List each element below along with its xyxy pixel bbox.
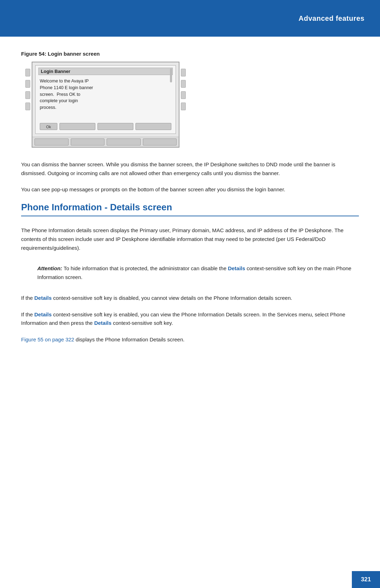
bottom-btn-3 <box>107 138 141 146</box>
figure-image: Login Banner Welcome to the Avaya IP Pho… <box>21 62 190 148</box>
p5-details-link-2[interactable]: Details <box>94 320 112 326</box>
paragraph-6: Figure 55 on page 322 displays the Phone… <box>21 335 359 344</box>
section-heading: Phone Information - Details screen <box>21 202 359 216</box>
header-bar: Advanced features <box>0 0 380 37</box>
phone-bottom-row <box>32 137 179 147</box>
phone-screen-inner: Login Banner Welcome to the Avaya IP Pho… <box>35 65 176 134</box>
p4-prefix: If the <box>21 295 34 301</box>
right-side-keys <box>181 69 186 110</box>
side-key-right-4 <box>181 103 186 110</box>
attention-label: Attention: <box>37 265 62 271</box>
screen-btn-4 <box>135 123 171 130</box>
scrollbar <box>170 68 172 82</box>
side-key-right-1 <box>181 69 186 76</box>
bottom-btn-1 <box>34 138 69 146</box>
screen-titlebar: Login Banner <box>38 68 173 75</box>
side-key-left-4 <box>25 103 30 110</box>
attention-box: Attention: To hide information that is p… <box>32 260 359 286</box>
figure-55-link[interactable]: Figure 55 on page 322 <box>21 336 74 342</box>
phone-screen-wrapper: Login Banner Welcome to the Avaya IP Pho… <box>32 62 179 148</box>
left-side-keys <box>25 69 30 110</box>
bottom-btn-2 <box>71 138 105 146</box>
screen-text: Welcome to the Avaya IP Phone 1140 E log… <box>38 77 173 112</box>
p4-text: context-sensitive soft key is disabled, … <box>52 295 292 301</box>
p5-text: context-sensitive soft key is enabled, y… <box>21 311 345 326</box>
main-content: Figure 54: Login banner screen Login Ban… <box>0 37 380 373</box>
p6-text: displays the Phone Information Details s… <box>74 336 185 342</box>
paragraph-1: You can dismiss the banner screen. While… <box>21 160 359 178</box>
paragraph-4: If the Details context-sensitive soft ke… <box>21 294 359 303</box>
page-footer: 321 <box>352 571 380 588</box>
figure-caption: Figure 54: Login banner screen <box>21 51 359 57</box>
p4-details-link[interactable]: Details <box>34 295 52 301</box>
p5-prefix: If the <box>21 311 34 317</box>
paragraph-2: You can see pop-up messages or prompts o… <box>21 185 359 194</box>
page-number: 321 <box>361 576 371 583</box>
header-title: Advanced features <box>299 14 365 23</box>
attention-details-link[interactable]: Details <box>228 265 245 271</box>
screen-btn-2 <box>59 123 95 130</box>
side-key-left-1 <box>25 69 30 76</box>
paragraph-5: If the Details context-sensitive soft ke… <box>21 310 359 328</box>
side-key-right-2 <box>181 80 186 88</box>
side-key-right-3 <box>181 91 186 99</box>
attention-text-1: To hide information that is protected, t… <box>62 265 228 271</box>
ok-button-screen: Ok <box>40 123 57 130</box>
p5-text-2: context-sensitive soft key. <box>112 320 173 326</box>
bottom-btn-4 <box>143 138 177 146</box>
phone-screen: Login Banner Welcome to the Avaya IP Pho… <box>32 62 179 148</box>
side-key-left-3 <box>25 91 30 99</box>
paragraph-3: The Phone Information details screen dis… <box>21 226 359 252</box>
side-key-left-2 <box>25 80 30 88</box>
p5-details-link[interactable]: Details <box>34 311 52 317</box>
screen-btn-3 <box>97 123 133 130</box>
